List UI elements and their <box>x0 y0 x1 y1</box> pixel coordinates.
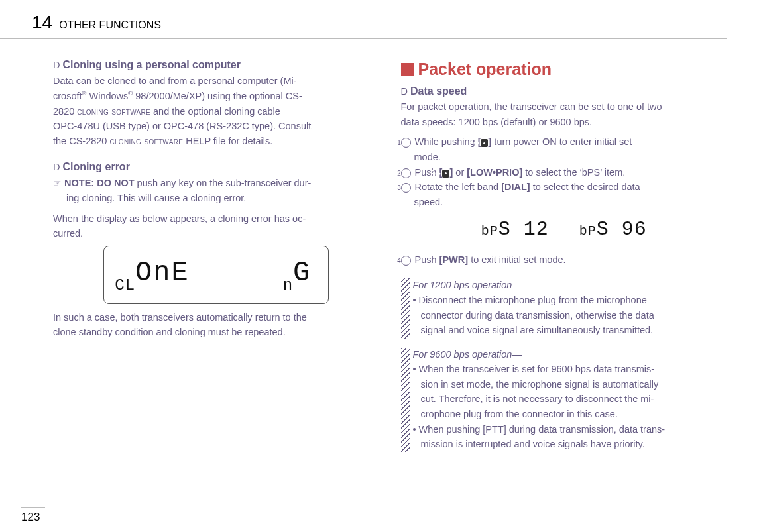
text: Disconnect the microphone plug from the … <box>419 295 647 305</box>
note-bullet: • When pushing [PTT] during data transmi… <box>413 423 728 437</box>
body-text: the CS-2820 cloning software HELP file f… <box>53 134 380 148</box>
section-heading: Packet operation <box>401 58 728 81</box>
section-square-icon <box>401 63 414 76</box>
body-text: 2820 cloning software and the optional c… <box>53 105 380 119</box>
note-title: For 1200 bps operation— <box>413 278 728 292</box>
list-item: 1 While pushing [F⊶] turn power ON to en… <box>401 135 728 149</box>
key-label: [DIAL] <box>501 182 530 192</box>
body-text: When the display as below appears, a clo… <box>53 212 380 226</box>
text: HELP file for details. <box>183 136 272 146</box>
text: Rotate the left band <box>412 182 502 192</box>
f-key-icon: F⊶ <box>481 139 488 147</box>
subheading-cloning-pc: Cloning using a personal computer <box>63 59 241 70</box>
text: turn power ON to enter initial set <box>491 136 632 147</box>
subheading-cloning-error: Cloning error <box>63 161 130 172</box>
lcd-text: S 96 <box>597 215 647 244</box>
body-text: cut. Therefore, it is not necessary to d… <box>413 392 728 406</box>
list-item: 4 Push [PWR] to exit initial set mode. <box>401 253 728 267</box>
dot-icon <box>483 142 485 144</box>
lcd-display-small: bPS 12 <box>481 215 549 244</box>
lcd-text: bP <box>579 222 597 240</box>
text: When pushing [PTT] during data transmiss… <box>419 424 666 435</box>
body-text: data speeds: 1200 bps (default) or 9600 … <box>401 115 728 129</box>
text: 2820 <box>53 106 77 117</box>
hatched-rule-icon <box>401 348 410 452</box>
body-text: ing cloning. This will cause a cloning e… <box>53 191 380 205</box>
text: push any key on the sub-transceiver dur- <box>135 178 312 188</box>
diamond-prefix: D <box>53 162 60 172</box>
text: While pushing <box>412 136 478 147</box>
list-item: 3 Rotate the left band [DIAL] to select … <box>401 180 728 194</box>
lcd-row: bPS 12 bPS 96 <box>401 215 728 244</box>
circled-number-icon: 2 <box>401 168 411 178</box>
circled-number-icon: 4 <box>401 256 411 266</box>
body-text: In such a case, both transceivers automa… <box>53 311 380 325</box>
body-text: sion in set mode, the microphone signal … <box>413 378 728 392</box>
text: the CS-2820 <box>53 136 109 146</box>
dot-icon <box>445 172 447 174</box>
subheading-data-speed: Data speed <box>410 85 467 97</box>
body-text: crosoft® Windows® 98/2000/Me/XP) using t… <box>53 89 380 103</box>
list-item: 2 Push [F⊶] or [LOW•PRIO] to select the … <box>401 166 728 180</box>
body-text: mission is interrupted and voice signals… <box>413 437 728 451</box>
body-text: OPC-478U (USB type) or OPC-478 (RS-232C … <box>53 119 380 133</box>
body-text: connector during data transmission, othe… <box>413 309 728 323</box>
note-block-9600: For 9600 bps operation— • When the trans… <box>401 348 728 452</box>
text: to select the ‘bPS’ item. <box>522 167 625 178</box>
text: Windows <box>86 91 128 101</box>
note-bullet: • Disconnect the microphone plug from th… <box>413 293 728 307</box>
lcd-display-small: bPS 96 <box>579 215 647 244</box>
text: or <box>453 167 467 178</box>
circled-number-icon: 3 <box>401 183 411 193</box>
text-smallcaps: cloning software <box>77 106 150 117</box>
text-smallcaps: cloning software <box>109 136 183 146</box>
note-bullet: • When the transceiver is set for 9600 b… <box>413 362 728 376</box>
note-line: ☞ NOTE: DO NOT push any key on the sub-t… <box>53 176 380 190</box>
diamond-prefix: D <box>401 86 408 97</box>
body-text: Data can be cloned to and from a persona… <box>53 74 380 88</box>
diamond-prefix: D <box>53 60 60 70</box>
lcd-text: n <box>283 276 293 294</box>
chapter-number: 14 <box>32 12 52 33</box>
hatched-rule-icon <box>401 278 410 338</box>
body-text: For packet operation, the transceiver ca… <box>401 100 728 114</box>
right-column: Packet operation D Data speed For packet… <box>401 58 728 452</box>
body-text: signal and voice signal are simultaneous… <box>413 323 728 337</box>
lcd-display: CLOnE nG <box>103 246 329 304</box>
f-key-icon: F⊶ <box>442 170 449 178</box>
lcd-text: CL <box>115 276 135 294</box>
text: and the optional cloning cable <box>150 106 280 117</box>
circled-number-icon: 1 <box>401 138 411 148</box>
body-text: curred. <box>53 227 380 240</box>
lcd-text: bP <box>481 222 498 240</box>
body-text: speed. <box>401 195 728 209</box>
lcd-text: S 12 <box>498 215 549 244</box>
text: 98/2000/Me/XP) using the optional CS- <box>133 91 302 101</box>
note-bold: NOTE: DO NOT <box>64 178 135 188</box>
note-title: For 9600 bps operation— <box>413 348 728 362</box>
note-block-1200: For 1200 bps operation— • Disconnect the… <box>401 278 728 338</box>
left-column: D Cloning using a personal computer Data… <box>53 58 380 452</box>
chapter-title: OTHER FUNCTIONS <box>59 19 161 31</box>
key-label: [PWR] <box>439 254 469 265</box>
body-text: mode. <box>401 150 728 164</box>
page-header: 14 OTHER FUNCTIONS <box>0 0 727 39</box>
body-text: crophone plug from the connector in this… <box>413 407 728 421</box>
text: When the transceiver is set for 9600 bps… <box>419 364 654 374</box>
text: crosoft <box>53 91 82 101</box>
section-title-text: Packet operation <box>418 60 552 78</box>
page-number: 123 <box>21 507 45 524</box>
lcd-text: OnE <box>135 257 190 289</box>
text: Push <box>412 254 439 265</box>
text: to exit initial set mode. <box>468 254 566 265</box>
lcd-text: G <box>293 257 311 289</box>
key-label: [LOW•PRIO] <box>467 167 522 178</box>
body-text: clone standby condition and cloning must… <box>53 325 380 339</box>
text: to select the desired data <box>530 182 640 192</box>
hand-icon: ☞ <box>53 178 62 188</box>
